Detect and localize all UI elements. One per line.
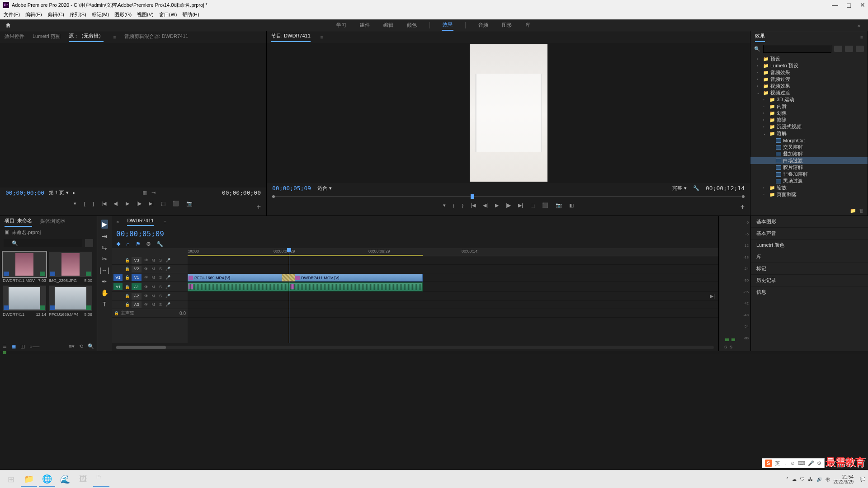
- audio-clip[interactable]: [188, 282, 289, 291]
- step-back-icon[interactable]: ◀|: [483, 202, 488, 208]
- project-item[interactable]: DWDR741112;14: [3, 286, 46, 317]
- panel-menu-icon[interactable]: ≡: [164, 220, 166, 225]
- track-header[interactable]: A1🔒A1👁MS🎤: [112, 282, 188, 292]
- effects-folder[interactable]: ⌄📁溶解: [750, 130, 868, 137]
- menu-sequence[interactable]: 序列(S): [70, 11, 86, 18]
- side-panel-tab[interactable]: 历史记录: [751, 275, 868, 286]
- track-master[interactable]: [188, 309, 718, 318]
- 32bit-badge-icon[interactable]: [845, 46, 853, 52]
- timeline-tracks-area[interactable]: ;00;0000;00;04;2900;00;09;2900;00;14; PF…: [188, 248, 718, 343]
- workspace-tab[interactable]: 音频: [477, 20, 489, 30]
- mark-in-icon[interactable]: {: [84, 201, 85, 206]
- workspace-tab[interactable]: 学习: [335, 20, 347, 30]
- project-search-input[interactable]: [4, 239, 82, 247]
- delete-icon[interactable]: 🗑: [859, 208, 864, 214]
- program-playhead[interactable]: [471, 194, 474, 199]
- sort-icon[interactable]: ≡▾: [69, 343, 75, 349]
- taskbar-premiere-icon[interactable]: Pr: [93, 472, 109, 487]
- solo-right[interactable]: S: [730, 345, 732, 349]
- track-header[interactable]: V1🔒V1👁MS🎤: [112, 273, 188, 282]
- goto-out-icon[interactable]: ▶|: [149, 201, 154, 206]
- effects-folder[interactable]: ›📁擦除: [750, 117, 868, 123]
- timeline-playhead[interactable]: [289, 248, 289, 343]
- workspace-tab[interactable]: 颜色: [406, 20, 418, 30]
- panel-menu-icon[interactable]: ≡: [321, 35, 323, 40]
- goto-end-icon[interactable]: ▶|: [710, 293, 715, 299]
- button-editor-plus[interactable]: +: [741, 203, 745, 211]
- effects-preset[interactable]: 非叠加溶解: [750, 171, 868, 178]
- effects-preset[interactable]: 叠加溶解: [750, 150, 868, 157]
- time-ruler[interactable]: ;00;0000;00;04;2900;00;09;2900;00;14;: [188, 248, 718, 256]
- zoom-dropdown[interactable]: 适合 ▾: [317, 185, 332, 192]
- linked-sel-icon[interactable]: ∩: [126, 241, 130, 247]
- menu-file[interactable]: 文件(F): [4, 11, 20, 18]
- tab-audio-clip-mixer[interactable]: 音频剪辑混合器: DWDR7411: [124, 33, 189, 42]
- extract-icon[interactable]: ⬛: [542, 202, 548, 208]
- effects-preset[interactable]: 胶片溶解: [750, 164, 868, 171]
- insert-icon[interactable]: ⬚: [161, 201, 165, 206]
- mark-out-icon[interactable]: }: [462, 203, 464, 208]
- taskbar-edge-icon[interactable]: 🌊: [57, 472, 73, 487]
- project-item[interactable]: IMG_2298.JPG5:00: [49, 252, 92, 283]
- tab-source-monitor[interactable]: 源：（无剪辑）: [69, 33, 104, 42]
- track-v3[interactable]: [188, 256, 718, 265]
- tab-media-browser[interactable]: 媒体浏览器: [40, 218, 65, 226]
- system-clock[interactable]: 21:542022/3/29: [834, 474, 857, 484]
- tab-sequence[interactable]: DWDR7411: [127, 218, 154, 226]
- ime-settings-icon[interactable]: ⚙: [817, 460, 821, 466]
- effects-search-input[interactable]: [763, 45, 831, 53]
- track-select-tool-icon[interactable]: ⇥: [102, 233, 107, 240]
- audio-clip[interactable]: [289, 282, 423, 291]
- goto-in-icon[interactable]: |◀: [101, 201, 106, 206]
- mark-out-icon[interactable]: }: [93, 201, 94, 206]
- wrench-icon[interactable]: 🔧: [693, 185, 699, 191]
- source-icon-a[interactable]: ▦: [142, 190, 147, 196]
- lift-icon[interactable]: ⬚: [530, 202, 535, 208]
- effects-preset[interactable]: 白场过渡: [750, 157, 868, 164]
- effects-folder[interactable]: ›📁视频效果: [750, 83, 868, 89]
- solo-left[interactable]: S: [724, 345, 727, 349]
- ime-emoji-icon[interactable]: ☺: [790, 460, 795, 466]
- track-a2[interactable]: [188, 292, 718, 300]
- list-view-icon[interactable]: ≣: [3, 343, 7, 349]
- menu-graphics[interactable]: 图形(G): [114, 11, 132, 18]
- ime-voice-icon[interactable]: 🎤: [808, 460, 814, 466]
- step-back-icon[interactable]: ◀|: [113, 201, 118, 206]
- menu-window[interactable]: 窗口(W): [159, 11, 177, 18]
- effects-preset[interactable]: MorphCut: [750, 137, 868, 144]
- play-icon[interactable]: ▶: [126, 201, 129, 206]
- find-icon[interactable]: 🔍: [88, 343, 94, 349]
- effects-preset[interactable]: 交叉溶解: [750, 144, 868, 150]
- effects-folder[interactable]: ›📁页面剥落: [750, 191, 868, 197]
- tab-effects[interactable]: 效果: [755, 33, 765, 42]
- goto-out-icon[interactable]: ▶|: [518, 202, 523, 208]
- effects-folder[interactable]: ›📁划像: [750, 110, 868, 117]
- project-item[interactable]: DWDR7411.MOV7:03: [3, 252, 46, 283]
- tab-program-monitor[interactable]: 节目: DWDR7411: [271, 33, 311, 42]
- track-header[interactable]: 🔒V2👁MS🎤: [112, 265, 188, 273]
- side-panel-tab[interactable]: 基本声音: [751, 228, 868, 239]
- track-header[interactable]: 🔒主声道0.0: [112, 309, 188, 318]
- wrench-icon[interactable]: 🔧: [156, 241, 163, 247]
- track-v2[interactable]: [188, 265, 718, 273]
- menu-view[interactable]: 视图(V): [137, 11, 154, 18]
- track-header[interactable]: 🔒A2👁MS🎤: [112, 292, 188, 300]
- video-clip[interactable]: PFCU1669.MP4 [V]: [188, 274, 288, 282]
- track-v1[interactable]: PFCU1669.MP4 [V]DWDR7411.MOV [V]: [188, 273, 718, 282]
- tray-onedrive-icon[interactable]: ☁: [792, 477, 797, 482]
- menu-clip[interactable]: 剪辑(C): [47, 11, 64, 18]
- source-tc-in[interactable]: 00;00;00;00: [5, 189, 44, 196]
- slip-tool-icon[interactable]: |↔|: [99, 267, 109, 274]
- tab-effect-controls[interactable]: 效果控件: [5, 33, 24, 42]
- accel-badge-icon[interactable]: [834, 46, 842, 52]
- step-fwd-icon[interactable]: |▶: [506, 202, 511, 208]
- effects-folder[interactable]: ›📁沉浸式视频: [750, 123, 868, 130]
- add-marker-icon[interactable]: ▾: [443, 202, 446, 208]
- ime-punct-icon[interactable]: ，: [783, 460, 788, 467]
- pen-tool-icon[interactable]: ✒: [102, 278, 107, 285]
- workspace-tab[interactable]: 编辑: [382, 20, 394, 30]
- goto-in-icon[interactable]: |◀: [471, 202, 476, 208]
- program-monitor-viewport[interactable]: [267, 43, 750, 183]
- type-tool-icon[interactable]: T: [103, 300, 107, 308]
- settings-icon[interactable]: ⚙: [146, 241, 151, 247]
